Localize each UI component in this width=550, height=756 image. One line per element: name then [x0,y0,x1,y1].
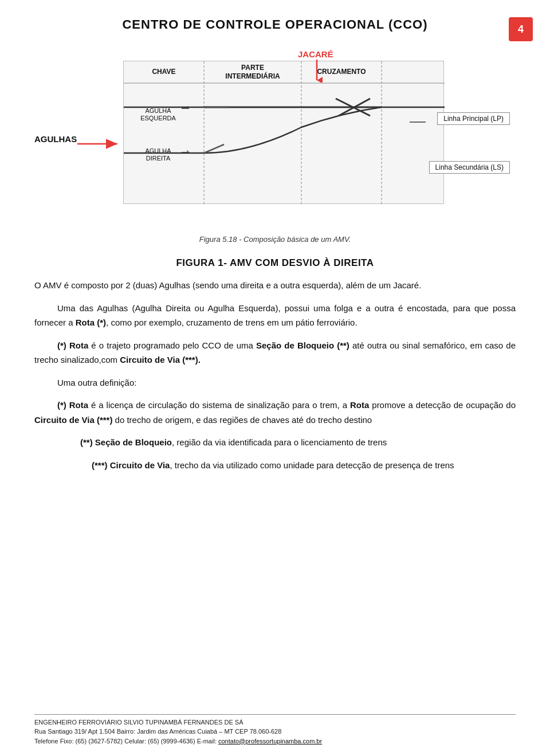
agulhas-arrow [77,138,123,152]
diagram-svg: CHAVE PARTE INTERMEDIÁRIA CRUZAMENTO AGU… [124,61,445,205]
paragraph-4: Uma outra definição: [34,375,516,390]
page-title: CENTRO DE CONTROLE OPERACIONAL (CCO) [34,17,516,32]
svg-text:CHAVE: CHAVE [152,68,175,76]
svg-text:PARTE: PARTE [241,64,264,72]
svg-text:AGULHA: AGULHA [145,107,171,114]
paragraph-1: O AMV é composto por 2 (duas) Agulhas (s… [34,278,516,293]
paragraph-3: (*) Rota é o trajeto programado pelo CCO… [34,338,516,367]
footer-email[interactable]: contato@professortupinamba.com.br [218,738,322,745]
svg-text:INTERMEDIÁRIA: INTERMEDIÁRIA [225,72,280,80]
footer-line3: Telefone Fixo: (65) (3627-5782) Celular:… [34,737,516,746]
paragraph-6: (**) Seção de Bloqueio, região da via id… [34,435,516,450]
footer: ENGENHEIRO FERROVIÁRIO SILVIO TUPINAMBÁ … [34,714,516,746]
paragraph-2: Uma das Agulhas (Agulha Direita ou Agulh… [34,301,516,330]
page: 4 CENTRO DE CONTROLE OPERACIONAL (CCO) A… [0,0,550,756]
diagram-box: CHAVE PARTE INTERMEDIÁRIA CRUZAMENTO AGU… [123,61,444,204]
svg-text:DIREITA: DIREITA [146,155,171,162]
footer-line1: ENGENHEIRO FERROVIÁRIO SILVIO TUPINAMBÁ … [34,718,516,727]
svg-text:CRUZAMENTO: CRUZAMENTO [317,68,366,76]
section-title: FIGURA 1- AMV COM DESVIO À DIREITA [34,257,516,269]
page-number-badge: 4 [509,17,533,41]
linha-principal-label: Linha Principal (LP) [437,112,510,125]
linha-principal-line [410,117,427,127]
paragraph-7: (***) Circuito de Via, trecho da via uti… [34,458,516,473]
footer-line2: Rua Santiago 319/ Apt 1.504 Bairro: Jard… [34,727,516,737]
figure-container: AGULHAS [34,49,516,244]
svg-text:ESQUERDA: ESQUERDA [140,115,176,122]
svg-text:⇀: ⇀ [181,103,190,114]
figure-caption: Figura 5.18 - Composição básica de um AM… [34,235,516,244]
jacare-arrow [311,60,323,85]
jacare-label: JACARÉ [298,49,333,59]
agulhas-label: AGULHAS [34,134,77,144]
paragraph-5: (*) Rota é a licença de circulação do si… [34,398,516,427]
linha-secundaria-label: Linha Secundária (LS) [429,161,510,174]
